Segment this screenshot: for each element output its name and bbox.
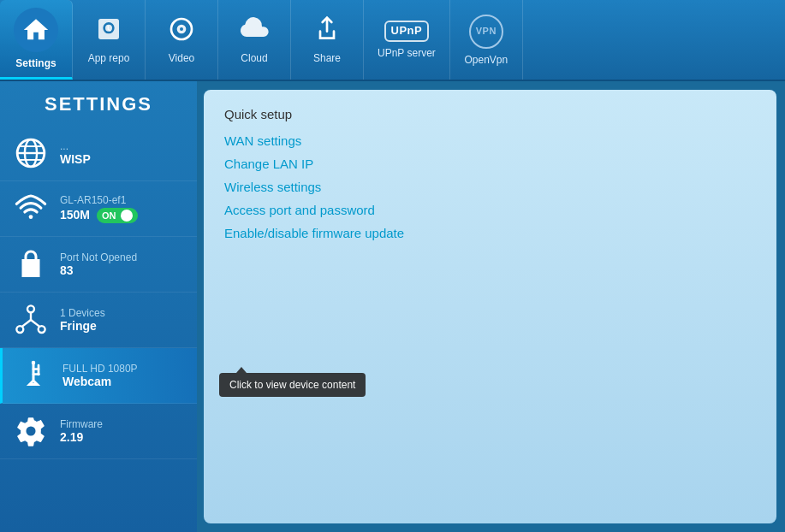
svg-point-10 [27, 305, 34, 312]
globe-icon [12, 134, 50, 172]
sidebar-item-wireless[interactable]: GL-AR150-ef1 150M ON [0, 181, 197, 237]
wisp-line1: ... [60, 140, 91, 152]
firmware-label: Firmware [60, 418, 103, 430]
nav-openvpn-label: OpenVpn [464, 54, 508, 66]
nav-video[interactable]: Video [146, 0, 218, 80]
wireless-speed: 150M [60, 208, 90, 222]
toggle-label: ON [102, 210, 116, 221]
webcam-text: FULL HD 1080P Webcam [62, 363, 138, 388]
svg-point-16 [32, 361, 36, 365]
top-nav: Settings App repo Video [0, 0, 785, 81]
port-text: Port Not Opened 83 [60, 251, 137, 277]
toggle-circle [121, 210, 133, 222]
port-status: Port Not Opened [60, 251, 137, 263]
wifi-icon [12, 190, 50, 228]
devices-count: 1 Devices [60, 307, 105, 319]
sidebar-item-wisp[interactable]: ... WISP [0, 126, 197, 181]
webcam-label: Webcam [62, 375, 138, 388]
nav-settings[interactable]: Settings [0, 0, 73, 80]
nav-settings-label: Settings [15, 57, 56, 69]
wireless-text: GL-AR150-ef1 150M ON [60, 194, 138, 223]
vpn-circle-icon: VPN [469, 15, 503, 49]
wisp-text: ... WISP [60, 140, 91, 166]
nav-cloud[interactable]: Cloud [218, 0, 291, 80]
link-access-port[interactable]: Access port and password [224, 203, 756, 217]
svg-point-9 [29, 215, 33, 219]
link-wan-settings[interactable]: WAN settings [224, 133, 756, 148]
gear-icon [12, 412, 50, 450]
sidebar-item-port[interactable]: Port Not Opened 83 [0, 237, 197, 293]
app-container: Settings App repo Video [0, 0, 785, 532]
wireless-ssid: GL-AR150-ef1 [60, 194, 138, 206]
tooltip-box: Click to view device content [219, 373, 366, 397]
network-icon [12, 301, 50, 339]
right-panel: Quick setup WAN settings Change LAN IP W… [204, 90, 776, 523]
sidebar-item-devices[interactable]: 1 Devices Fringe [0, 293, 197, 348]
sidebar: SETTINGS ... WISP [0, 81, 197, 532]
nav-share[interactable]: Share [291, 0, 364, 80]
nav-cloud-label: Cloud [241, 52, 267, 64]
nav-upnp[interactable]: UPnP UPnP server [364, 0, 450, 80]
wisp-label: WISP [60, 152, 91, 166]
lock-icon [12, 245, 50, 283]
webcam-line1: FULL HD 1080P [62, 363, 138, 375]
nav-video-label: Video [169, 52, 194, 64]
link-wireless-settings[interactable]: Wireless settings [224, 180, 756, 194]
nav-share-label: Share [313, 52, 341, 64]
nav-openvpn[interactable]: VPN OpenVpn [450, 0, 523, 80]
link-change-lan-ip[interactable]: Change LAN IP [224, 157, 756, 171]
tooltip-text: Click to view device content [229, 379, 355, 391]
svg-line-15 [31, 320, 39, 327]
wireless-toggle[interactable]: ON [97, 208, 138, 223]
link-firmware-update[interactable]: Enable/disable firmware update [224, 226, 756, 240]
nav-app-repo[interactable]: App repo [73, 0, 146, 80]
firmware-version: 2.19 [60, 430, 103, 444]
main-content: SETTINGS ... WISP [0, 81, 785, 532]
sidebar-title: SETTINGS [0, 81, 197, 126]
devices-text: 1 Devices Fringe [60, 307, 105, 333]
firmware-text: Firmware 2.19 [60, 418, 103, 444]
nav-upnp-label: UPnP server [378, 47, 436, 59]
nav-app-repo-label: App repo [88, 52, 130, 64]
sidebar-item-webcam[interactable]: FULL HD 1080P Webcam [0, 348, 197, 404]
svg-point-2 [180, 27, 183, 31]
quick-setup-title: Quick setup [224, 107, 756, 121]
sidebar-item-firmware[interactable]: Firmware 2.19 [0, 404, 197, 459]
devices-name: Fringe [60, 319, 105, 333]
svg-point-20 [37, 373, 40, 376]
port-number: 83 [60, 263, 137, 277]
svg-line-14 [22, 320, 31, 327]
usb-icon [15, 357, 52, 394]
